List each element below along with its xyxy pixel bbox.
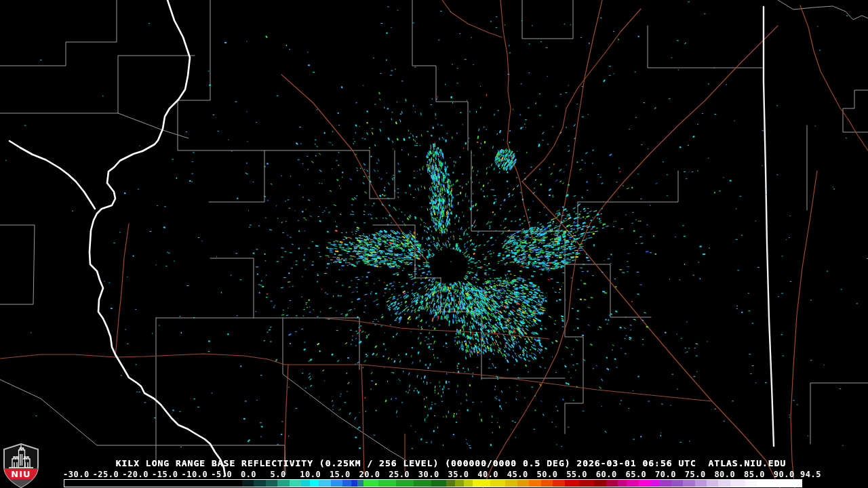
colorbar-tick-label: 35.0 (448, 470, 469, 479)
colorbar-segment (446, 480, 455, 487)
colorbar-tick-label: 15.0 (330, 470, 351, 479)
colorbar-tick-label: 25.0 (389, 470, 410, 479)
colorbar-segment (659, 480, 671, 487)
reflectivity-colorbar (64, 479, 802, 487)
colorbar-segment (671, 480, 683, 487)
niu-logo[interactable]: NIU (3, 443, 39, 488)
colorbar-tick-label: 80.0 (714, 470, 735, 479)
colorbar-segment (553, 480, 564, 487)
colorbar-segment (730, 480, 745, 487)
colorbar-segment (319, 480, 330, 487)
colorbar-tick-label: -15.0 (152, 470, 178, 479)
colorbar-segment (363, 480, 378, 487)
colorbar-segment (707, 480, 718, 487)
colorbar-segment (301, 480, 310, 487)
colorbar-segment (618, 480, 627, 487)
colorbar-segment (745, 480, 757, 487)
colorbar-tick-labels: -30.0-25.0-20.0-15.0-10.0-5.00.05.010.01… (0, 470, 868, 479)
colorbar-segment (650, 480, 659, 487)
colorbar-segment (396, 480, 414, 487)
colorbar-tick-label: -30.0 (63, 470, 90, 479)
colorbar-segment (594, 480, 606, 487)
colorbar-segment (254, 480, 265, 487)
colorbar-segment (464, 480, 473, 487)
colorbar-segment (290, 480, 301, 487)
colorbar-segment (529, 480, 540, 487)
radar-display-screen: KILX LONG RANGE BASE REFLECTIVITY (0.25K… (0, 0, 868, 488)
colorbar-segment (331, 480, 342, 487)
colorbar-segment (357, 480, 363, 487)
colorbar-segment (505, 480, 517, 487)
colorbar-tick-label: -5.0 (211, 470, 232, 479)
colorbar-tick-label: -20.0 (122, 470, 149, 479)
colorbar-segment (718, 480, 730, 487)
colorbar-segment (639, 480, 650, 487)
product-title: KILX LONG RANGE BASE REFLECTIVITY (0.25K… (17, 458, 868, 468)
colorbar-segment (266, 480, 277, 487)
colorbar-segment (695, 480, 707, 487)
colorbar-tick-label: 75.0 (685, 470, 706, 479)
colorbar-tick-label: -10.0 (182, 470, 208, 479)
colorbar-segment (277, 480, 289, 487)
colorbar-tick-label: 85.0 (744, 470, 765, 479)
colorbar-segment (683, 480, 694, 487)
colorbar-segment (606, 480, 618, 487)
colorbar-tick-label: 30.0 (418, 470, 439, 479)
colorbar-tick-label: 45.0 (507, 470, 528, 479)
colorbar-tick-label: 60.0 (596, 470, 617, 479)
niu-logo-text: NIU (11, 469, 31, 479)
niu-shield-base (3, 479, 39, 488)
colorbar-segment (431, 480, 446, 487)
colorbar-segment (517, 480, 529, 487)
colorbar-segment (541, 480, 553, 487)
colorbar-tick-label: -25.0 (93, 470, 119, 479)
colorbar-segment (757, 480, 801, 487)
colorbar-tick-label: 94.5 (800, 470, 821, 479)
colorbar-tick-label: 0.0 (241, 470, 256, 479)
radar-map-canvas (0, 0, 868, 488)
colorbar-segment (310, 480, 319, 487)
colorbar-tick-label: 55.0 (566, 470, 587, 479)
colorbar-segment (490, 480, 505, 487)
colorbar-segment (242, 480, 254, 487)
colorbar-segment (378, 480, 396, 487)
colorbar-segment (342, 480, 351, 487)
colorbar-segment (565, 480, 580, 487)
colorbar-tick-label: 90.0 (774, 470, 795, 479)
colorbar-segment (351, 480, 357, 487)
colorbar-tick-label: 50.0 (536, 470, 557, 479)
colorbar-tick-label: 10.0 (300, 470, 321, 479)
colorbar-tick-label: 20.0 (359, 470, 380, 479)
colorbar-segment (627, 480, 638, 487)
colorbar-tick-label: 5.0 (271, 470, 286, 479)
colorbar-segment (414, 480, 431, 487)
colorbar-tick-label: 65.0 (625, 470, 646, 479)
colorbar-tick-label: 70.0 (655, 470, 676, 479)
colorbar-segment (579, 480, 594, 487)
colorbar-segment (64, 480, 242, 487)
colorbar-segment (455, 480, 464, 487)
colorbar-segment (473, 480, 490, 487)
colorbar-tick-label: 40.0 (477, 470, 498, 479)
